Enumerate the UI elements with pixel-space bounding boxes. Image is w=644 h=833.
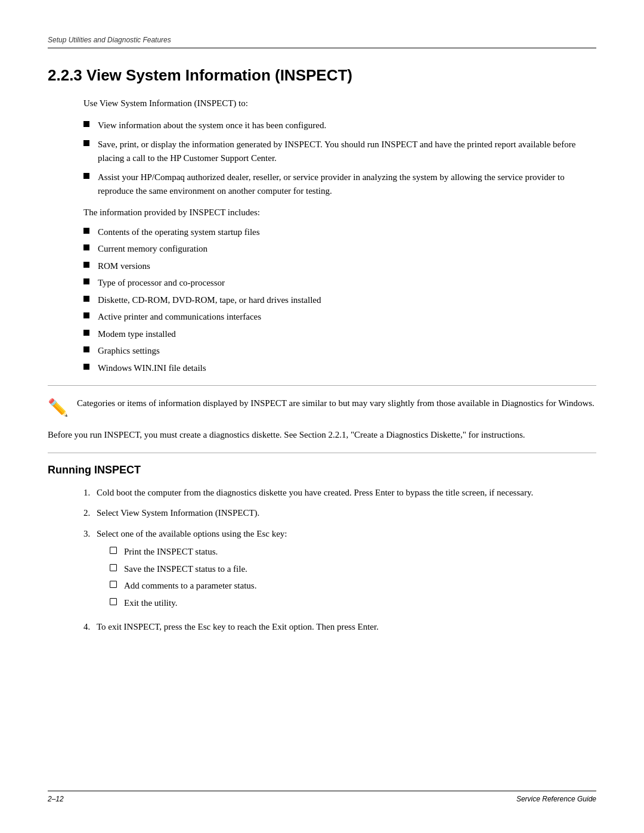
small-bullet-text: Diskette, CD-ROM, DVD-ROM, tape, or hard… xyxy=(98,293,321,307)
footer: 2–12 Service Reference Guide xyxy=(48,791,596,803)
ordered-text: Cold boot the computer from the diagnost… xyxy=(97,486,596,500)
sub-bullet-item: Save the INSPECT status to a file. xyxy=(110,562,596,576)
sub-bullet-item: Exit the utility. xyxy=(110,596,596,610)
includes-label: The information provided by INSPECT incl… xyxy=(83,206,596,219)
page: Setup Utilities and Diagnostic Features … xyxy=(0,0,644,833)
bullet-icon xyxy=(83,173,89,179)
ordered-item: 4. To exit INSPECT, press the Esc key to… xyxy=(83,620,596,634)
small-bullet-item: Active printer and communications interf… xyxy=(83,310,596,324)
header: Setup Utilities and Diagnostic Features xyxy=(48,36,596,48)
small-bullet-item: Type of processor and co-processor xyxy=(83,276,596,290)
small-bullet-item: Diskette, CD-ROM, DVD-ROM, tape, or hard… xyxy=(83,293,596,307)
small-bullet-item: Current memory configuration xyxy=(83,242,596,256)
small-bullet-text: Modem type installed xyxy=(98,327,176,341)
ordered-text: Select one of the available options usin… xyxy=(97,527,596,614)
small-bullet-item: Contents of the operating system startup… xyxy=(83,225,596,239)
footer-right: Service Reference Guide xyxy=(516,795,596,803)
ordered-num: 1. xyxy=(83,486,97,500)
checkbox-icon xyxy=(110,564,117,571)
sub-bullet-list: Print the INSPECT status. Save the INSPE… xyxy=(110,545,596,609)
ordered-item: 1. Cold boot the computer from the diagn… xyxy=(83,486,596,500)
ordered-item: 3. Select one of the available options u… xyxy=(83,527,596,614)
small-bullet-icon xyxy=(83,346,89,352)
intro-paragraph: Use View System Information (INSPECT) to… xyxy=(83,97,596,110)
ordered-text: To exit INSPECT, press the Esc key to re… xyxy=(97,620,596,634)
small-bullet-text: Graphics settings xyxy=(98,344,160,358)
bullet-icon xyxy=(83,140,89,146)
checkbox-icon xyxy=(110,598,117,605)
bullet-text: Assist your HP/Compaq authorized dealer,… xyxy=(98,171,596,197)
note-box: ✏️ Categories or items of information di… xyxy=(48,397,596,417)
small-bullet-icon xyxy=(83,228,89,234)
sub-bullet-item: Print the INSPECT status. xyxy=(110,545,596,559)
small-bullet-text: Current memory configuration xyxy=(98,242,208,256)
ordered-item: 2. Select View System Information (INSPE… xyxy=(83,506,596,520)
checkbox-icon xyxy=(110,547,117,554)
bullet-icon xyxy=(83,121,89,127)
sub-bullet-text: Exit the utility. xyxy=(124,596,177,610)
sub-bullet-text: Print the INSPECT status. xyxy=(124,545,218,559)
footer-left: 2–12 xyxy=(48,795,64,803)
main-bullet-list: View information about the system once i… xyxy=(83,119,596,198)
note-icon: ✏️ xyxy=(48,398,69,417)
before-paragraph: Before you run INSPECT, you must create … xyxy=(48,428,596,442)
bullet-text: View information about the system once i… xyxy=(98,119,596,132)
small-bullet-text: Active printer and communications interf… xyxy=(98,310,261,324)
note-text: Categories or items of information displ… xyxy=(77,397,595,410)
subsection-title: Running INSPECT xyxy=(48,464,596,476)
sub-bullet-text: Save the INSPECT status to a file. xyxy=(124,562,247,576)
small-bullet-text: ROM versions xyxy=(98,259,150,273)
ordered-text: Select View System Information (INSPECT)… xyxy=(97,506,596,520)
small-bullet-item: Modem type installed xyxy=(83,327,596,341)
small-bullet-icon xyxy=(83,244,89,250)
bullet-item: View information about the system once i… xyxy=(83,119,596,132)
section-title: 2.2.3 View System Information (INSPECT) xyxy=(48,66,596,85)
ordered-num: 4. xyxy=(83,620,97,634)
small-bullet-icon xyxy=(83,278,89,284)
small-bullet-text: Windows WIN.INI file details xyxy=(98,361,206,375)
small-bullet-item: Windows WIN.INI file details xyxy=(83,361,596,375)
ordered-num: 3. xyxy=(83,527,97,541)
small-bullet-item: ROM versions xyxy=(83,259,596,273)
bullet-item: Assist your HP/Compaq authorized dealer,… xyxy=(83,171,596,197)
header-text: Setup Utilities and Diagnostic Features xyxy=(48,36,171,44)
bullet-text: Save, print, or display the information … xyxy=(98,138,596,165)
small-bullet-text: Type of processor and co-processor xyxy=(98,276,225,290)
small-bullet-icon xyxy=(83,364,89,370)
ordered-list: 1. Cold boot the computer from the diagn… xyxy=(83,486,596,634)
small-bullet-item: Graphics settings xyxy=(83,344,596,358)
small-bullet-icon xyxy=(83,262,89,268)
ordered-num: 2. xyxy=(83,506,97,520)
divider-1 xyxy=(48,385,596,386)
small-bullet-icon xyxy=(83,296,89,302)
includes-list: Contents of the operating system startup… xyxy=(83,225,596,375)
small-bullet-icon xyxy=(83,330,89,336)
small-bullet-icon xyxy=(83,312,89,318)
sub-bullet-text: Add comments to a parameter status. xyxy=(124,579,256,593)
small-bullet-text: Contents of the operating system startup… xyxy=(98,225,260,239)
checkbox-icon xyxy=(110,581,117,588)
divider-2 xyxy=(48,453,596,453)
sub-bullet-item: Add comments to a parameter status. xyxy=(110,579,596,593)
bullet-item: Save, print, or display the information … xyxy=(83,138,596,165)
